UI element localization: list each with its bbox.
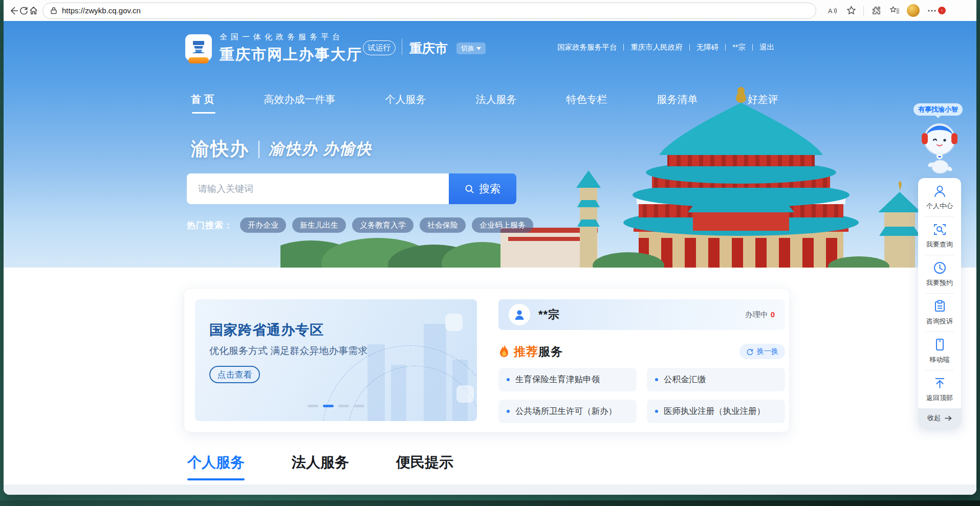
link-national-platform[interactable]: 国家政务服务平台 <box>551 42 623 52</box>
link-logout[interactable]: 退出 <box>753 42 781 52</box>
hot-tag-newborn[interactable]: 新生儿出生 <box>292 217 346 233</box>
search-button[interactable]: 搜索 <box>449 173 516 204</box>
nav-legal-person[interactable]: 法人服务 <box>476 93 517 114</box>
brand-slogan: 渝快办 办愉快 <box>269 139 372 160</box>
carousel-dots[interactable] <box>195 405 477 407</box>
section-tabs: 个人服务 法人服务 便民提示 <box>187 453 453 480</box>
tab-personal-services[interactable]: 个人服务 <box>187 453 245 480</box>
arrow-up-icon <box>933 376 947 390</box>
top-links: 国家政务服务平台 重庆市人民政府 无障碍 **宗 退出 <box>551 42 781 52</box>
service-physician-registration[interactable]: 医师执业注册（执业注册） <box>647 400 785 423</box>
star-icon <box>846 6 856 15</box>
user-summary-row[interactable]: **宗 办理中0 <box>498 299 785 330</box>
site-titles: 全国一体化政务服务平台 重庆市网上办事大厅 <box>220 32 362 65</box>
nav-personal[interactable]: 个人服务 <box>385 93 426 114</box>
banner-view-button[interactable]: 点击查看 <box>209 366 260 383</box>
switch-label: 切换 <box>461 44 474 53</box>
collapse-label: 收起 <box>927 413 941 423</box>
browser-window: https://zwykb.cq.gov.cn A ↑ <box>4 0 976 495</box>
hero-section: 全国一体化政务服务平台 重庆市网上办事大厅 试运行 重庆市 切换 国家政务服务平… <box>4 21 976 268</box>
hot-search-row: 热门搜索： 开办企业 新生儿出生 义务教育入学 社会保险 企业码上服务 <box>187 217 533 233</box>
ellipsis-icon <box>927 6 937 15</box>
banner-carousel[interactable]: 国家跨省通办专区 优化服务方式 满足群众异地办事需求 点击查看 <box>195 299 477 421</box>
search-input[interactable] <box>187 173 449 204</box>
recommend-title-hot: 推荐 <box>514 344 538 360</box>
link-accessibility[interactable]: 无障碍 <box>690 42 726 52</box>
assistant-mascot[interactable] <box>920 118 960 175</box>
nav-service-list[interactable]: 服务清单 <box>657 93 698 114</box>
read-aloud-button[interactable]: A <box>823 2 842 19</box>
back-button[interactable] <box>9 2 19 19</box>
brand-name: 渝快办 <box>191 137 249 162</box>
page-content: 国家跨省通办专区 优化服务方式 满足群众异地办事需求 点击查看 **宗 <box>4 268 976 495</box>
refresh-button[interactable] <box>19 2 29 19</box>
quick-appointment[interactable]: 我要预约 <box>918 255 961 293</box>
site-title: 重庆市网上办事大厅 <box>220 45 362 65</box>
person-icon <box>513 308 526 321</box>
brand-row: 渝快办 渝快办 办愉快 <box>191 137 372 162</box>
carousel-dot-active[interactable] <box>323 405 334 407</box>
update-badge: ↑ <box>938 7 946 14</box>
chevron-down-icon <box>476 47 481 50</box>
hot-search-label: 热门搜索： <box>187 219 233 231</box>
nav-one-thing[interactable]: 高效办成一件事 <box>264 93 336 114</box>
hot-tag-education[interactable]: 义务教育入学 <box>352 217 413 233</box>
quickbar-collapse-button[interactable]: 收起 <box>918 408 961 428</box>
quick-complaint[interactable]: 咨询投诉 <box>918 293 961 332</box>
quick-action-bar: 个人中心 我要查询 我要预约 咨询投诉 移动端 返回顶部 收起 <box>918 178 961 428</box>
profile-avatar[interactable] <box>907 4 920 17</box>
city-name: 重庆市 <box>409 40 448 57</box>
hot-tag-enterprise-code[interactable]: 企业码上服务 <box>472 217 533 233</box>
hot-tag-social-insurance[interactable]: 社会保险 <box>420 217 466 233</box>
read-aloud-icon: A <box>827 6 838 15</box>
clipboard-icon <box>933 299 947 313</box>
user-services-column: **宗 办理中0 推荐 服务 换一换 <box>498 299 785 423</box>
carousel-dot[interactable] <box>308 405 318 407</box>
service-grid: 生育保险生育津贴申领 公积金汇缴 公共场所卫生许可（新办） 医师执业注册（执业注… <box>498 368 785 423</box>
link-username[interactable]: **宗 <box>726 42 752 52</box>
tab-legal-services[interactable]: 法人服务 <box>292 453 349 480</box>
tab-tips[interactable]: 便民提示 <box>396 453 453 480</box>
user-icon <box>933 184 947 198</box>
home-button[interactable] <box>29 2 38 19</box>
nav-special[interactable]: 特色专栏 <box>567 93 607 114</box>
service-maternity-allowance[interactable]: 生育保险生育津贴申领 <box>498 368 637 391</box>
flame-icon <box>498 344 510 359</box>
city-switch-button[interactable]: 切换 <box>456 42 486 54</box>
link-cq-government[interactable]: 重庆市人民政府 <box>624 42 689 52</box>
nav-home[interactable]: 首 页 <box>191 93 214 114</box>
hot-tag-start-business[interactable]: 开办企业 <box>240 217 286 233</box>
search-button-label: 搜索 <box>479 182 500 196</box>
refresh-icon <box>19 6 29 15</box>
trial-badge: 试运行 <box>363 40 396 55</box>
quick-back-to-top[interactable]: 返回顶部 <box>918 370 961 408</box>
clock-icon <box>933 261 947 275</box>
brand-divider <box>258 141 259 158</box>
toolbar-right: A ↑ <box>823 2 976 19</box>
main-nav: 首 页 高效办成一件事 个人服务 法人服务 特色专栏 服务清单 好差评 <box>191 93 778 114</box>
favorite-button[interactable] <box>842 2 860 19</box>
home-icon <box>29 6 38 15</box>
section-background <box>4 485 976 495</box>
shuffle-button[interactable]: 换一换 <box>739 344 785 359</box>
carousel-dot[interactable] <box>338 405 349 407</box>
address-bar[interactable]: https://zwykb.cq.gov.cn <box>42 3 816 19</box>
service-public-place-hygiene[interactable]: 公共场所卫生许可（新办） <box>498 400 637 423</box>
service-housing-fund[interactable]: 公积金汇缴 <box>647 368 785 391</box>
lock-icon <box>50 7 57 14</box>
assistant-bubble[interactable]: 有事找渝小智 <box>913 103 963 116</box>
logo-building-icon <box>190 39 207 56</box>
quick-mobile[interactable]: 移动端 <box>918 332 961 370</box>
user-name: **宗 <box>538 307 560 322</box>
arrow-right-icon <box>945 415 952 421</box>
quick-personal-center[interactable]: 个人中心 <box>918 178 961 216</box>
nav-rating[interactable]: 好差评 <box>748 93 778 114</box>
extensions-button[interactable] <box>867 2 885 19</box>
processing-status[interactable]: 办理中0 <box>745 310 775 320</box>
quick-inquiry[interactable]: 我要查询 <box>918 216 961 255</box>
banner-decoration <box>323 299 477 421</box>
favorites-bar-button[interactable] <box>885 2 904 19</box>
site-logo <box>185 34 212 61</box>
carousel-dot[interactable] <box>354 405 364 407</box>
back-icon <box>9 6 19 16</box>
